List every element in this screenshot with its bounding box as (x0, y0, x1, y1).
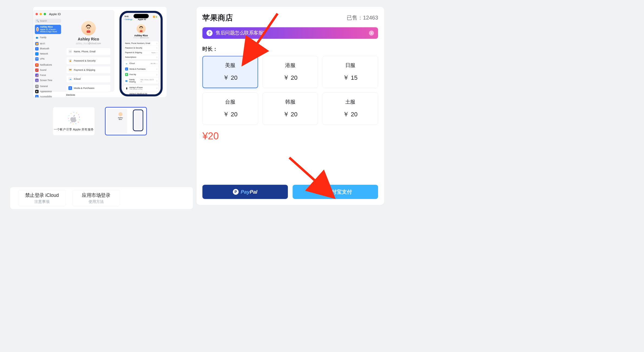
tip-card-1[interactable]: 应用市场登录 使用方法 (72, 190, 120, 206)
plan-name: 韩服 (285, 99, 295, 106)
svg-point-23 (78, 122, 79, 123)
sidebar-item-focus: 🌙Focus (35, 73, 61, 78)
product-main-screenshot: Apple ID 🔍 Search Ashley (33, 7, 167, 97)
gallery-thumb-0-title: 一个帐户尽享 Apple 所有服务 (54, 127, 94, 132)
iphone-mock: 9:41 📶 🔋 ‹ Settings Apple ID Ashley Rico (119, 11, 162, 97)
tip-title: 禁止登录 iCloud (25, 192, 59, 199)
svg-point-26 (70, 122, 71, 123)
purchase-panel: 苹果商店 已售：12463 ? 售后问题怎么联系客服? 时长： 美服￥ 20港服… (196, 7, 384, 205)
plan-price: ￥ 20 (283, 110, 298, 119)
iphone-profile-name: Ashley Rico (122, 34, 161, 37)
svg-point-8 (87, 28, 88, 28)
iphone-avatar (136, 24, 146, 33)
iphone-row-findmy: ⦿Find My (123, 72, 159, 77)
iphone-row-media: AMedia & Purchases (123, 66, 159, 72)
gallery-thumb-1-selected[interactable]: Ashley Rico (105, 107, 147, 135)
svg-point-24 (76, 123, 76, 124)
sold-counter: 已售：12463 (347, 14, 378, 21)
iphone-icon: 📱 (125, 87, 128, 90)
plan-name: 港服 (285, 62, 295, 69)
sidebar-item-notifications: 🔔Notifications (35, 62, 61, 68)
tip-title: 应用市场登录 (82, 192, 110, 199)
plan-option-4[interactable]: 韩服￥ 20 (262, 92, 318, 125)
plan-price: ￥ 20 (223, 74, 238, 82)
appstore-icon: A (68, 86, 72, 90)
profile-avatar (81, 21, 96, 36)
iphone-profile-email: ashleyrico@icloud.com (122, 37, 161, 39)
svg-point-29 (69, 115, 69, 116)
plan-option-1[interactable]: 港服￥ 20 (262, 56, 318, 88)
svg-rect-17 (140, 30, 142, 32)
svg-point-22 (79, 119, 80, 120)
svg-rect-5 (37, 30, 38, 31)
svg-point-7 (86, 26, 91, 30)
alipay-label: 支付宝支付 (327, 188, 352, 196)
svg-point-14 (139, 27, 143, 30)
avatar (36, 27, 39, 31)
profile-name: Ashley Rico (66, 37, 110, 41)
iphone-row-namephone: Name, Phone Numbers, Email (123, 41, 159, 46)
plan-option-5[interactable]: 土服￥ 20 (323, 92, 378, 125)
sidebar-item-vpn: VPNVPN (35, 56, 61, 62)
laptop-icon: 💻 (125, 93, 128, 94)
iphone-row-subscriptions: Subscriptions (123, 55, 159, 59)
apple-logo-dotted-icon (66, 111, 81, 126)
family-icon: 👥 (125, 79, 128, 82)
current-price: ¥20 (202, 130, 378, 142)
cloud-icon: ☁︎ (68, 77, 72, 81)
svg-point-28 (68, 118, 69, 119)
svg-rect-12 (87, 30, 90, 33)
svg-point-25 (73, 123, 74, 124)
svg-point-2 (37, 29, 38, 30)
tip-card-0[interactable]: 禁止登录 iCloud 注意事项 (18, 190, 66, 206)
paypal-label: PayPal (241, 189, 258, 195)
pay-alipay-button[interactable]: 支 支付宝支付 (292, 185, 378, 199)
iphone-row-password: Password & Security (123, 46, 159, 50)
iphone-row-family: 👥Family SharingWill, Olivia, and 3 m… (123, 77, 159, 84)
iphone-row-device2: 💻Ashley's MacBook AirMacBook Air (123, 91, 159, 94)
card-icon: 💳 (68, 68, 72, 72)
row-icloud: ☁︎iCloud (66, 75, 110, 82)
devices-title: Devices (66, 94, 110, 96)
nav-title: Apple ID (138, 18, 146, 21)
window-controls (35, 13, 46, 15)
svg-point-19 (76, 113, 77, 113)
alipay-icon: 支 (319, 189, 324, 195)
status-time: 9:41 (125, 15, 129, 18)
row-password-security: 🔒Password & Security (66, 57, 110, 64)
mac-settings-window: Apple ID 🔍 Search Ashley (33, 10, 114, 91)
gallery-thumb-0[interactable]: 一个帐户尽享 Apple 所有服务 (53, 107, 95, 135)
lock-icon: 🔒 (68, 59, 72, 63)
findmy-icon: ⦿ (125, 73, 128, 76)
gallery-thumb-preview: Ashley Rico (105, 107, 147, 135)
sidebar-item-family: 👥Family (35, 35, 61, 40)
search-placeholder: Search (40, 20, 47, 22)
plan-name: 日服 (345, 62, 355, 69)
row-payment-shipping: 💳Payment & Shipping (66, 66, 110, 73)
svg-point-30 (71, 113, 71, 114)
search-icon: 🔍 (36, 20, 39, 22)
appstore-icon: A (125, 68, 128, 71)
plan-option-0[interactable]: 美服￥ 20 (202, 56, 258, 88)
profile-email: ashley_rico1@icloud.com (66, 42, 110, 45)
paypal-icon: P (233, 189, 239, 195)
support-text: 售后问题怎么联系客服? (216, 30, 266, 36)
iphone-row-device1: 📱Ashley's iPhoneThis iPhone 14 Pro (123, 85, 159, 91)
sidebar-item-wifi: 📶Wi-Fi (35, 41, 61, 46)
sidebar-item-accessibility: ♿︎Accessibility (35, 94, 61, 98)
plan-option-3[interactable]: 台服￥ 20 (202, 92, 258, 125)
product-title: 苹果商店 (202, 13, 233, 23)
svg-point-9 (89, 28, 89, 28)
duration-label: 时长： (202, 46, 378, 53)
tips-bar: 禁止登录 iCloud 注意事项 应用市场登录 使用方法 (10, 187, 193, 209)
plan-price: ￥ 20 (343, 110, 357, 119)
pay-paypal-button[interactable]: P PayPal (202, 185, 288, 199)
question-mark-icon: ? (206, 30, 212, 36)
plan-price: ￥ 20 (283, 74, 298, 82)
sidebar-item-sound: 🔊Sound (35, 68, 61, 73)
mac-search: 🔍 Search (35, 19, 61, 23)
support-notice-bar[interactable]: ? 售后问题怎么联系客服? (202, 27, 378, 39)
svg-point-16 (141, 28, 142, 29)
svg-point-3 (37, 29, 37, 30)
plan-option-2[interactable]: 日服￥ 15 (323, 56, 378, 88)
